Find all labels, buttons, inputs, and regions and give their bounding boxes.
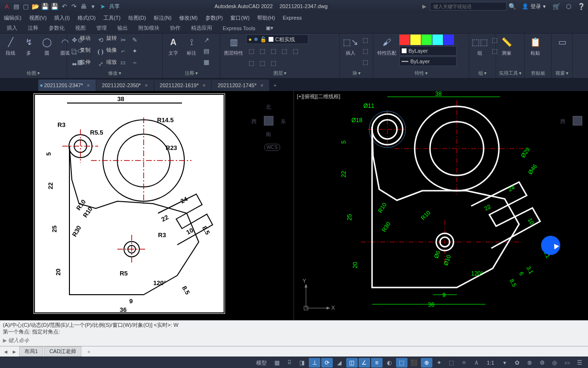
doc-tab-4[interactable]: 20211202-1745*×	[212, 80, 270, 91]
panel-group-label[interactable]: 组 ▾	[471, 69, 494, 77]
panel-view-label[interactable]: 视窗 ▾	[554, 69, 570, 77]
save-icon[interactable]: 💾	[41, 2, 49, 10]
layout-add-button[interactable]: +	[82, 348, 95, 356]
layer-tool-1[interactable]: ⬚	[246, 46, 257, 56]
open-icon[interactable]: 📂	[32, 2, 39, 10]
menu-param[interactable]: 参数(P)	[205, 14, 223, 22]
selcycle-icon[interactable]: ⬚	[396, 358, 407, 368]
login-button[interactable]: 👤 登录 ▾	[522, 3, 546, 10]
rtab-manage[interactable]: 管理	[91, 23, 112, 33]
view-cube-right[interactable]: 西	[562, 105, 588, 136]
layout-next-icon[interactable]: ►	[11, 349, 18, 355]
hardware-icon[interactable]: ⚙	[536, 358, 548, 368]
copy-icon[interactable]: ⿻	[69, 46, 79, 57]
layer-tool-5[interactable]: ⬚	[290, 46, 301, 56]
leader-icon[interactable]: ↗	[201, 34, 212, 45]
dimension-button[interactable]: ⟟标注	[183, 34, 200, 58]
clean-icon[interactable]: ▭	[561, 358, 573, 368]
panel-draw-label[interactable]: 绘图 ▾	[2, 69, 65, 77]
cart-icon[interactable]: 🛒	[553, 2, 560, 10]
menu-draw[interactable]: 绘图(D)	[128, 14, 146, 22]
block-tool-2[interactable]: ⬚	[360, 46, 371, 56]
menu-window[interactable]: 窗口(W)	[230, 14, 249, 22]
layer-tool-7[interactable]: ⬚	[257, 58, 268, 68]
close-icon[interactable]: ×	[145, 82, 147, 88]
iso-icon[interactable]: ◢	[334, 358, 345, 368]
search-icon[interactable]: 🔍	[509, 2, 516, 10]
mirror-icon[interactable]: ⦗⦘	[95, 46, 106, 57]
layout-prev-icon[interactable]: ◄	[2, 349, 10, 355]
stretch-icon[interactable]: ⬌	[69, 58, 79, 69]
command-line[interactable]: (A)/中心(C)/动态(D)/范围(E)/上一个(P)/比例(S)/窗口(W)…	[0, 320, 588, 346]
saveas-icon[interactable]: 💾	[51, 2, 58, 10]
offset-icon[interactable]: ⫠	[129, 57, 140, 67]
close-icon[interactable]: ×	[260, 82, 263, 88]
isolate-icon[interactable]: ◎	[549, 358, 560, 368]
insert-button[interactable]: ⬚↘插入	[342, 34, 359, 58]
search-input[interactable]	[430, 2, 507, 11]
menu-format[interactable]: 格式(O)	[78, 14, 96, 22]
wcs-badge[interactable]: WCS	[264, 144, 280, 151]
undo-icon[interactable]: ↶	[60, 2, 68, 10]
doc-tab-2[interactable]: 20211202-2350*×	[96, 80, 154, 91]
panel-util-label[interactable]: 实用工具 ▾	[498, 69, 522, 77]
a360-icon[interactable]: ⬡	[565, 2, 573, 10]
rtab-express[interactable]: Express Tools	[218, 24, 260, 33]
model-button[interactable]: 模型	[252, 358, 271, 368]
help-icon[interactable]: ❔	[577, 2, 585, 10]
menu-tools[interactable]: 工具(T)	[103, 14, 121, 22]
paste-button[interactable]: 📋粘贴	[527, 34, 544, 58]
scale-icon[interactable]: ⤢	[95, 58, 106, 69]
polar-icon[interactable]: ⟳	[321, 358, 333, 368]
menu-help[interactable]: 帮助(H)	[257, 14, 275, 22]
cmd-prompt[interactable]: 键入命令	[8, 337, 29, 343]
block-tool-3[interactable]: ⬚	[360, 57, 371, 67]
rotate-icon[interactable]: ⟲	[95, 34, 106, 45]
send-icon[interactable]: ➤	[99, 2, 106, 10]
menu-view[interactable]: 视图(V)	[29, 14, 47, 22]
new-icon[interactable]: ▢	[22, 2, 30, 10]
block-tool-1[interactable]: ⬚	[360, 34, 371, 45]
view-cube[interactable]: 北 南 东 西	[253, 105, 284, 136]
color-cyan-icon[interactable]	[432, 34, 443, 45]
add-tab-button[interactable]: +	[270, 80, 281, 91]
redo-icon[interactable]: ↷	[70, 2, 78, 10]
rtab-featured[interactable]: 精选应用	[186, 23, 217, 33]
layout-tab-2[interactable]: CAD江老师	[44, 346, 81, 356]
share-label[interactable]: 共享	[109, 3, 120, 10]
matchprops-button[interactable]: 🖌特性匹配	[375, 34, 398, 58]
rtab-insert[interactable]: 插入	[2, 23, 22, 33]
menu-icon[interactable]: ▤	[12, 2, 20, 10]
dyn-icon[interactable]: ⊕	[421, 358, 432, 368]
array-icon[interactable]: ⚏	[118, 57, 128, 67]
panel-annot-label[interactable]: 注释 ▾	[165, 69, 218, 77]
erase-icon[interactable]: ✎	[129, 34, 140, 45]
text-button[interactable]: A文字	[165, 34, 182, 58]
panel-modify-label[interactable]: 修改 ▾	[69, 69, 160, 77]
qp-icon[interactable]: ✦	[433, 358, 445, 368]
layer-tool-4[interactable]: ⬚	[279, 46, 290, 56]
annoscale-icon[interactable]: Ａ	[471, 358, 482, 368]
menu-insert[interactable]: 插入(I)	[54, 14, 69, 22]
menu-edit[interactable]: 编辑(E)	[4, 14, 22, 22]
explode-icon[interactable]: ✦	[129, 46, 140, 56]
layer-tool-2[interactable]: ⬚	[257, 46, 268, 56]
rtab-annot[interactable]: 注释	[23, 23, 43, 33]
panel-block-label[interactable]: 块 ▾	[342, 69, 371, 77]
color-combo[interactable]: ByLayer	[399, 46, 457, 56]
measure-button[interactable]: 📏测量	[498, 34, 515, 58]
scale-drop-icon[interactable]: ▾	[499, 358, 510, 368]
group-button[interactable]: ⬚⬚组	[471, 34, 488, 58]
close-icon[interactable]: ×	[203, 82, 205, 88]
custom-icon[interactable]: ☰	[574, 358, 585, 368]
infer-icon[interactable]: ◨	[296, 358, 308, 368]
ortho-icon[interactable]: ⊥	[309, 358, 320, 368]
layout-tab-1[interactable]: 布局1	[19, 346, 43, 356]
circle-button[interactable]: ◯圆	[38, 34, 56, 58]
rtab-more-icon[interactable]: ▣▾	[261, 23, 278, 33]
lwt-icon[interactable]: ≡	[371, 358, 383, 368]
line-button[interactable]: ╱段线	[2, 34, 19, 58]
transparency-icon[interactable]: ◐	[384, 358, 395, 368]
gizmo-icon[interactable]: ✧	[458, 358, 470, 368]
grid-icon[interactable]: ▦	[271, 358, 283, 368]
